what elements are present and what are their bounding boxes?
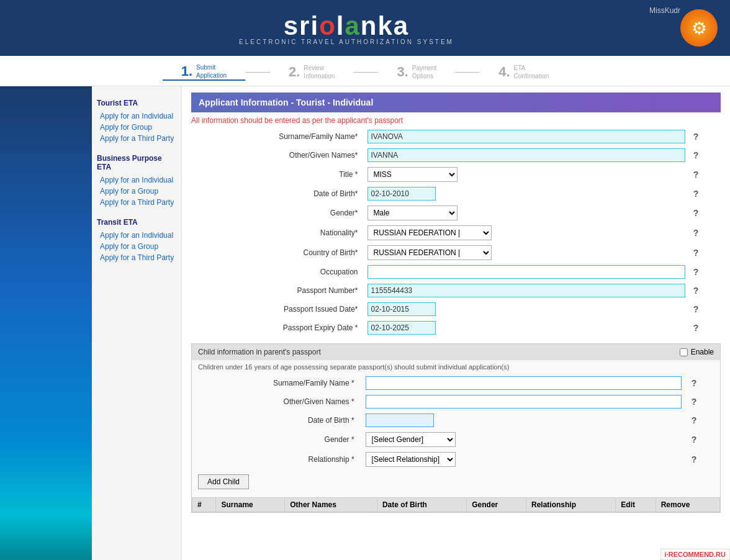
child-surname-input-cell <box>361 374 687 392</box>
form-header: Applicant Information - Tourist - Indivi… <box>191 93 721 112</box>
top-bar: MissKudr sriolanka ELECTRONIC TRAVEL AUT… <box>0 0 730 56</box>
passport-expiry-label: Passport Expiry Date * <box>191 318 364 337</box>
occupation-label: Occupation <box>191 263 364 281</box>
steps-bar: 1. SubmitApplication 2. ReviewInformatio… <box>0 56 730 86</box>
country-birth-input-cell: RUSSIAN FEDERATION | <box>364 243 688 263</box>
country-birth-label: Country of Birth* <box>191 243 364 263</box>
sidebar-transit-group[interactable]: Apply for a Group <box>97 241 176 252</box>
occupation-row: Occupation ? <box>191 263 721 281</box>
nationality-select[interactable]: RUSSIAN FEDERATION | <box>367 225 492 240</box>
main-content: Applicant Information - Tourist - Indivi… <box>182 86 730 560</box>
child-other-names-input-cell <box>361 392 687 411</box>
children-table: # Surname Other Names Date of Birth Gend… <box>192 497 720 512</box>
child-surname-label: Surname/Family Name * <box>192 374 361 392</box>
sidebar-business-group[interactable]: Apply for a Group <box>97 186 176 197</box>
child-dob-help[interactable]: ? <box>687 411 720 430</box>
other-names-input-cell <box>364 146 688 165</box>
child-dob-row: Date of Birth * ? <box>192 411 720 430</box>
surname-help[interactable]: ? <box>688 127 721 146</box>
sidebar-business-third[interactable]: Apply for a Third Party <box>97 197 176 208</box>
child-form-table: Surname/Family Name * ? Other/Given Name… <box>192 374 720 469</box>
country-birth-row: Country of Birth* RUSSIAN FEDERATION | ? <box>191 243 721 263</box>
col-gender: Gender <box>467 498 526 512</box>
step-1-label: SubmitApplication <box>196 63 227 79</box>
child-other-names-row: Other/Given Names * ? <box>192 392 720 411</box>
step-2[interactable]: 2. ReviewInformation <box>270 63 353 81</box>
occupation-input[interactable] <box>367 265 685 279</box>
passport-expiry-row: Passport Expiry Date * ? <box>191 318 721 337</box>
title-label: Title * <box>191 165 364 184</box>
step-4-label: ETAConfirmation <box>514 64 549 80</box>
child-dob-label: Date of Birth * <box>192 411 361 430</box>
child-enable-checkbox[interactable] <box>680 348 688 356</box>
passport-issued-help[interactable]: ? <box>688 300 721 318</box>
child-section-title: Child information in parent's passport <box>198 348 321 356</box>
country-birth-select[interactable]: RUSSIAN FEDERATION | <box>367 245 492 260</box>
col-edit: Edit <box>616 498 656 512</box>
title-row: Title * MISS MR MRS DR ? <box>191 165 721 184</box>
main-form-table: Surname/Family Name* ? Other/Given Names… <box>191 127 721 337</box>
col-relationship: Relationship <box>526 498 615 512</box>
passport-expiry-input-cell <box>364 318 688 337</box>
sidebar-transit-individual[interactable]: Apply for an Individual <box>97 230 176 241</box>
child-relationship-select[interactable]: [Select Relationship] Son Daughter <box>366 452 456 467</box>
other-names-input[interactable] <box>367 148 685 162</box>
recommend-badge: i·RECOMMEND.RU <box>660 549 730 560</box>
child-section-header: Child information in parent's passport E… <box>192 344 720 360</box>
child-surname-input[interactable] <box>366 376 682 390</box>
sidebar-tourist-third[interactable]: Apply for a Third Party <box>97 133 176 144</box>
sidebar-tourist-group[interactable]: Apply for Group <box>97 122 176 133</box>
sidebar-transit-third[interactable]: Apply for a Third Party <box>97 252 176 263</box>
child-other-names-help[interactable]: ? <box>687 392 720 411</box>
child-relationship-help[interactable]: ? <box>687 449 720 469</box>
col-remove: Remove <box>656 498 719 512</box>
dob-input[interactable] <box>367 187 436 201</box>
country-birth-help[interactable]: ? <box>688 243 721 263</box>
surname-input[interactable] <box>367 130 685 143</box>
title-select[interactable]: MISS MR MRS DR <box>367 167 457 182</box>
emblem-icon: ⚙ <box>680 9 718 47</box>
passport-expiry-help[interactable]: ? <box>688 318 721 337</box>
step-1[interactable]: 1. SubmitApplication <box>163 63 245 81</box>
child-enable-label: Enable <box>691 348 714 356</box>
title-help[interactable]: ? <box>688 165 721 184</box>
passport-issued-input[interactable] <box>367 302 436 316</box>
child-enable-area: Enable <box>680 348 714 356</box>
col-hash: # <box>192 498 216 512</box>
child-gender-select[interactable]: [Select Gender] Male Female <box>366 432 456 447</box>
step-3[interactable]: 3. PaymentOptions <box>378 63 455 81</box>
sidebar-business-individual[interactable]: Apply for an Individual <box>97 174 176 186</box>
passport-no-input-cell <box>364 281 688 300</box>
step-3-num: 3. <box>397 64 408 80</box>
other-names-help[interactable]: ? <box>688 146 721 165</box>
add-child-button[interactable]: Add Child <box>198 474 249 489</box>
child-gender-label: Gender * <box>192 430 361 449</box>
passport-expiry-input[interactable] <box>367 321 436 335</box>
logo-area: sriolanka ELECTRONIC TRAVEL AUTHORIZATIO… <box>12 11 680 45</box>
child-other-names-input[interactable] <box>366 395 682 409</box>
passport-no-input[interactable] <box>367 284 685 297</box>
step-4[interactable]: 4. ETAConfirmation <box>480 63 567 81</box>
child-note: Children under 16 years of age possessin… <box>192 360 720 374</box>
child-dob-input[interactable] <box>366 413 434 427</box>
gender-help[interactable]: ? <box>688 203 721 223</box>
step-2-label: ReviewInformation <box>304 64 335 80</box>
sidebar-tourist-individual[interactable]: Apply for an Individual <box>97 111 176 122</box>
step-1-num: 1. <box>181 63 192 79</box>
child-gender-help[interactable]: ? <box>687 430 720 449</box>
passport-no-help[interactable]: ? <box>688 281 721 300</box>
child-dob-input-cell <box>361 411 687 430</box>
dob-row: Date of Birth* ? <box>191 184 721 203</box>
passport-issued-label: Passport Issued Date* <box>191 300 364 318</box>
other-names-row: Other/Given Names* ? <box>191 146 721 165</box>
child-surname-help[interactable]: ? <box>687 374 720 392</box>
child-other-names-label: Other/Given Names * <box>192 392 361 411</box>
occupation-help[interactable]: ? <box>688 263 721 281</box>
nationality-help[interactable]: ? <box>688 223 721 243</box>
logo-subtitle: ELECTRONIC TRAVEL AUTHORIZATION SYSTEM <box>239 38 454 45</box>
main-layout: Tourist ETA Apply for an Individual Appl… <box>0 86 730 560</box>
gender-select[interactable]: Male Female <box>367 205 457 220</box>
dob-help[interactable]: ? <box>688 184 721 203</box>
gender-input-cell: Male Female <box>364 203 688 223</box>
occupation-input-cell <box>364 263 688 281</box>
